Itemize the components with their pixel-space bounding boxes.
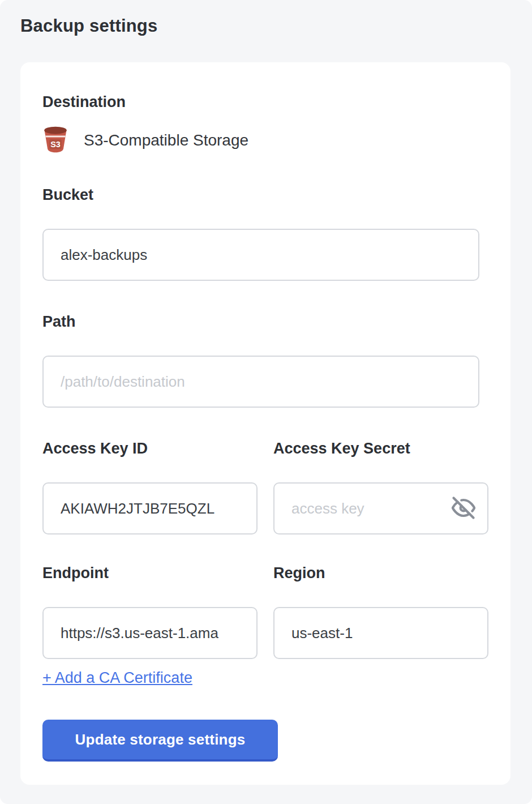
destination-value: S3-Compatible Storage <box>84 131 248 149</box>
path-label: Path <box>42 313 510 331</box>
add-ca-certificate-link[interactable]: + Add a CA Certificate <box>42 669 192 686</box>
toggle-secret-visibility-button[interactable] <box>450 495 477 522</box>
destination-label: Destination <box>42 93 126 110</box>
access-key-secret-label: Access Key Secret <box>273 440 410 457</box>
access-key-id-field-group: Access Key ID <box>42 439 258 534</box>
endpoint-region-row: Endpoint Region <box>42 564 510 659</box>
bucket-label: Bucket <box>42 186 510 204</box>
endpoint-field-group: Endpoint <box>42 564 258 659</box>
svg-text:S3: S3 <box>50 140 61 149</box>
update-storage-settings-button[interactable]: Update storage settings <box>42 720 278 762</box>
region-input[interactable] <box>273 607 488 659</box>
access-keys-row: Access Key ID Access Key Secret <box>42 439 510 534</box>
ca-certificate-link-row: + Add a CA Certificate <box>42 669 510 687</box>
destination-row: S3 S3-Compatible Storage <box>42 127 510 154</box>
endpoint-input[interactable] <box>42 607 258 659</box>
path-input[interactable] <box>42 356 479 408</box>
bucket-field-group: Bucket <box>42 186 510 281</box>
access-key-secret-field-group: Access Key Secret <box>273 439 488 534</box>
backup-settings-page: Backup settings Destination S3 S3-Compat… <box>0 0 532 804</box>
region-field-group: Region <box>273 564 488 659</box>
access-key-id-label: Access Key ID <box>42 440 148 457</box>
eye-off-icon <box>452 496 475 521</box>
region-label: Region <box>273 564 325 581</box>
endpoint-label: Endpoint <box>42 564 109 581</box>
access-key-secret-input-wrap <box>273 482 488 534</box>
settings-card: Destination S3 S3-Compatible Storage Buc… <box>20 62 510 785</box>
bucket-input[interactable] <box>42 229 479 281</box>
s3-bucket-icon: S3 <box>42 126 68 155</box>
access-key-id-input[interactable] <box>42 482 258 534</box>
page-title: Backup settings <box>20 16 532 36</box>
update-storage-settings-button-label: Update storage settings <box>75 731 246 748</box>
path-field-group: Path <box>42 313 510 408</box>
